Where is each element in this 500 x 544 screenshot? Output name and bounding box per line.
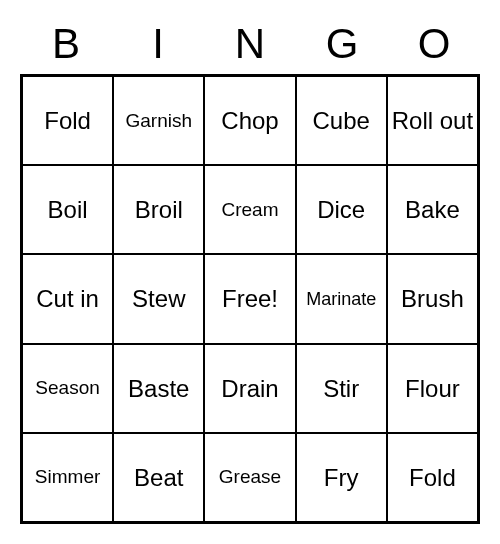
bingo-cell[interactable]: Roll out	[387, 76, 478, 165]
bingo-cell[interactable]: Cut in	[22, 254, 113, 343]
bingo-cell[interactable]: Cream	[204, 165, 295, 254]
bingo-cell[interactable]: Drain	[204, 344, 295, 433]
header-n: N	[204, 20, 296, 68]
bingo-cell[interactable]: Baste	[113, 344, 204, 433]
bingo-cell[interactable]: Brush	[387, 254, 478, 343]
bingo-cell[interactable]: Free!	[204, 254, 295, 343]
bingo-cell[interactable]: Dice	[296, 165, 387, 254]
header-b: B	[20, 20, 112, 68]
header-g: G	[296, 20, 388, 68]
bingo-cell[interactable]: Stir	[296, 344, 387, 433]
bingo-cell[interactable]: Stew	[113, 254, 204, 343]
bingo-cell[interactable]: Fold	[387, 433, 478, 522]
bingo-cell[interactable]: Season	[22, 344, 113, 433]
bingo-grid: FoldGarnishChopCubeRoll outBoilBroilCrea…	[20, 74, 480, 524]
bingo-cell[interactable]: Simmer	[22, 433, 113, 522]
bingo-cell[interactable]: Grease	[204, 433, 295, 522]
bingo-cell[interactable]: Bake	[387, 165, 478, 254]
bingo-cell[interactable]: Fold	[22, 76, 113, 165]
bingo-cell[interactable]: Beat	[113, 433, 204, 522]
bingo-cell[interactable]: Fry	[296, 433, 387, 522]
bingo-cell[interactable]: Cube	[296, 76, 387, 165]
header-o: O	[388, 20, 480, 68]
bingo-cell[interactable]: Broil	[113, 165, 204, 254]
bingo-cell[interactable]: Chop	[204, 76, 295, 165]
header-i: I	[112, 20, 204, 68]
bingo-cell[interactable]: Flour	[387, 344, 478, 433]
bingo-card: B I N G O FoldGarnishChopCubeRoll outBoi…	[20, 20, 480, 524]
bingo-header: B I N G O	[20, 20, 480, 68]
bingo-cell[interactable]: Garnish	[113, 76, 204, 165]
bingo-cell[interactable]: Marinate	[296, 254, 387, 343]
bingo-cell[interactable]: Boil	[22, 165, 113, 254]
